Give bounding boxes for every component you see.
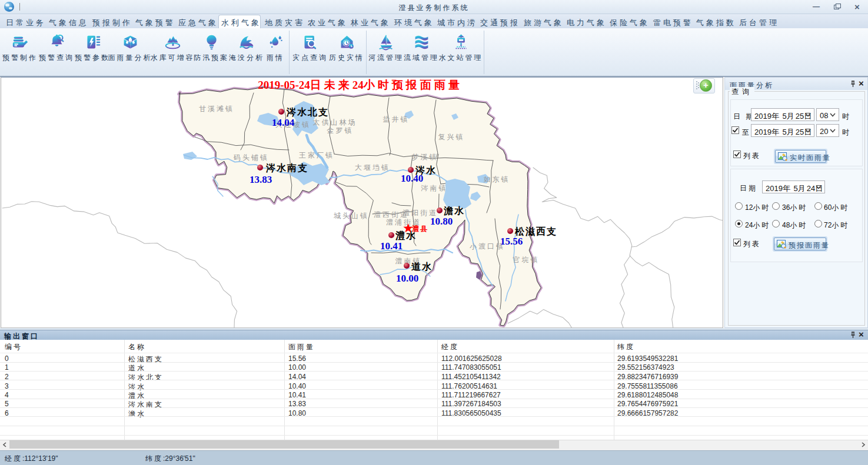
svg-text:城头山镇: 城头山镇 [334,212,369,220]
svg-text:复兴镇: 复兴镇 [438,133,465,141]
svg-text:官垸镇: 官垸镇 [513,256,540,264]
svg-text:大堰垱镇: 大堰垱镇 [355,163,390,172]
svg-text:如东镇: 如东镇 [484,175,510,183]
svg-text:甘溪滩镇: 甘溪滩镇 [199,105,234,113]
svg-text:梦溪镇: 梦溪镇 [412,153,438,161]
svg-text:太供山林场: 太供山林场 [313,118,357,126]
svg-text:涔南镇: 涔南镇 [421,184,448,192]
svg-text:盐井镇: 盐井镇 [383,115,410,123]
svg-text:码头铺镇: 码头铺镇 [234,153,269,162]
svg-text:王家厂镇: 王家厂镇 [299,151,334,159]
svg-text:金罗镇: 金罗镇 [327,126,354,135]
